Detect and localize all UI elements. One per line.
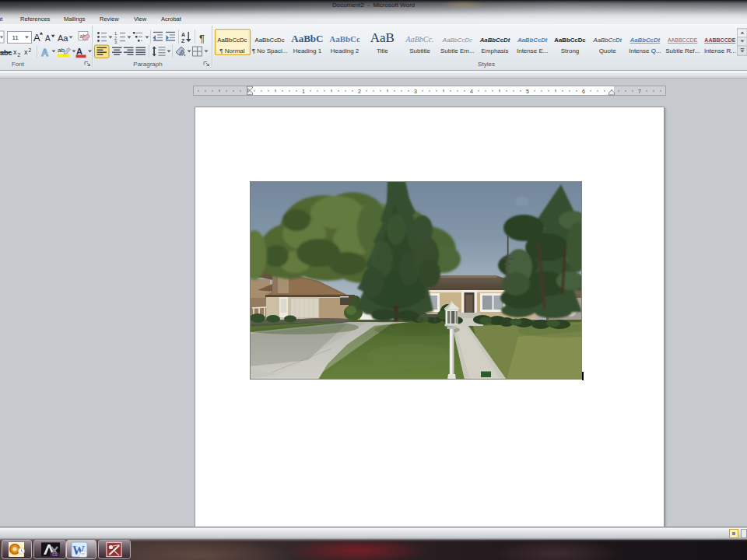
svg-text:Subtle Em...: Subtle Em... xyxy=(440,47,475,54)
svg-text:Subtle Ref...: Subtle Ref... xyxy=(665,47,700,54)
svg-text:AaBbCcDt: AaBbCcDt xyxy=(479,37,510,44)
svg-text:AaBbCcDc: AaBbCcDc xyxy=(554,37,586,44)
svg-text:2: 2 xyxy=(358,89,361,94)
svg-text:Strong: Strong xyxy=(561,47,580,54)
svg-text:Intense R...: Intense R... xyxy=(704,47,736,54)
svg-text:3.: 3. xyxy=(114,40,118,44)
svg-text:AaBbCc: AaBbCc xyxy=(329,34,360,44)
svg-text:ab: ab xyxy=(58,47,65,54)
svg-text:Heading 2: Heading 2 xyxy=(331,47,359,54)
svg-text:AaB: AaB xyxy=(370,30,395,45)
svg-text:11: 11 xyxy=(12,34,19,41)
svg-text:AaBbC: AaBbC xyxy=(291,33,323,44)
svg-text:A: A xyxy=(41,47,48,58)
svg-text:AaBbCcDt: AaBbCcDt xyxy=(592,37,622,44)
svg-text:Subtitle: Subtitle xyxy=(409,47,430,54)
svg-text:A: A xyxy=(33,32,40,44)
svg-text:6: 6 xyxy=(582,89,585,94)
svg-text:x: x xyxy=(24,48,28,56)
svg-text:Emphasis: Emphasis xyxy=(481,47,508,54)
svg-text:¶: ¶ xyxy=(199,33,205,44)
svg-text:¶ Normal: ¶ Normal xyxy=(219,47,245,54)
svg-text:AaBbCcDc: AaBbCcDc xyxy=(217,37,247,44)
svg-text:A: A xyxy=(181,32,185,37)
svg-text:AABBCCDE: AABBCCDE xyxy=(668,37,698,43)
svg-text:AABBCCDE: AABBCCDE xyxy=(704,37,735,43)
svg-text:A: A xyxy=(76,47,82,56)
svg-text:5: 5 xyxy=(526,89,529,94)
svg-text:3: 3 xyxy=(414,89,417,94)
svg-text:A: A xyxy=(45,34,51,43)
svg-text:1: 1 xyxy=(302,89,305,94)
svg-text:CS: CS xyxy=(52,553,57,557)
svg-text:Aa: Aa xyxy=(58,33,68,43)
svg-text:2: 2 xyxy=(29,47,32,53)
svg-text:AaBbCcDc: AaBbCcDc xyxy=(442,37,472,44)
svg-text:x: x xyxy=(13,48,17,56)
svg-text:¶ No Spaci...: ¶ No Spaci... xyxy=(252,47,288,54)
svg-text:AaBbCc.: AaBbCc. xyxy=(405,35,434,44)
svg-text:Styles: Styles xyxy=(478,61,495,68)
svg-text:Quote: Quote xyxy=(599,47,616,54)
svg-text:2: 2 xyxy=(18,52,21,58)
svg-text:Paragraph: Paragraph xyxy=(133,61,162,68)
svg-text:Intense Q...: Intense Q... xyxy=(629,47,661,54)
svg-text:7: 7 xyxy=(638,89,641,94)
svg-text:Font: Font xyxy=(12,61,25,68)
svg-text:abc: abc xyxy=(0,49,12,57)
svg-text:Title: Title xyxy=(377,47,388,54)
svg-text:AaBbCcDt: AaBbCcDt xyxy=(517,37,548,44)
svg-text:Heading 1: Heading 1 xyxy=(293,47,322,54)
svg-text:Intense E...: Intense E... xyxy=(517,47,548,54)
svg-text:Z: Z xyxy=(181,38,185,44)
svg-text:AaBbCcDt: AaBbCcDt xyxy=(630,37,661,44)
svg-text:4: 4 xyxy=(470,89,473,94)
svg-text:AaBbCcDc: AaBbCcDc xyxy=(255,37,285,44)
